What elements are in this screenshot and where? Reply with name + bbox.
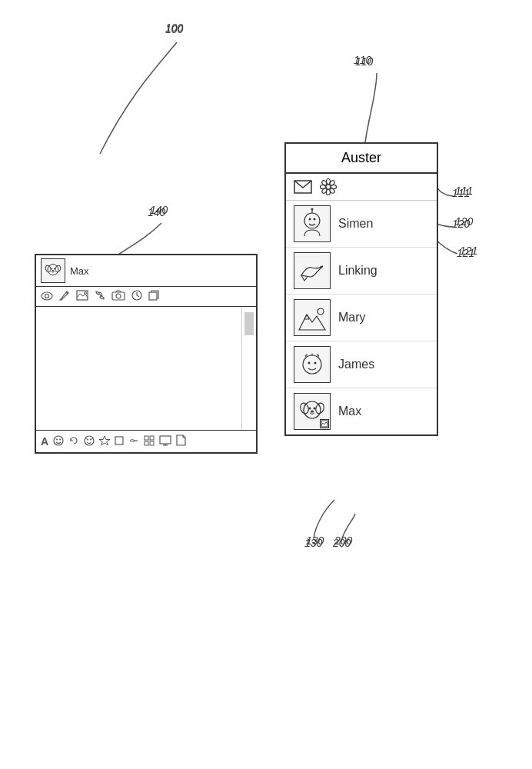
svg-point-15 bbox=[321, 266, 323, 268]
clock-icon[interactable] bbox=[131, 290, 142, 303]
svg-point-12 bbox=[314, 218, 316, 221]
avatar-simen bbox=[294, 205, 331, 242]
svg-point-24 bbox=[314, 408, 316, 410]
svg-line-42 bbox=[137, 295, 139, 297]
monitor-icon[interactable] bbox=[159, 435, 171, 448]
label-121: 121 bbox=[457, 247, 474, 259]
contact-name-james: James bbox=[338, 358, 374, 371]
label-140: 140 bbox=[148, 206, 165, 218]
smiley-icon[interactable] bbox=[84, 435, 95, 448]
msg-body bbox=[36, 307, 256, 430]
arrow-icon[interactable] bbox=[128, 435, 139, 448]
contact-item-james[interactable]: James bbox=[286, 341, 437, 388]
svg-point-37 bbox=[85, 292, 87, 295]
avatar-linking bbox=[294, 252, 331, 289]
image-icon[interactable] bbox=[76, 290, 88, 303]
svg-rect-57 bbox=[160, 436, 171, 444]
svg-point-30 bbox=[51, 268, 52, 270]
svg-point-34 bbox=[45, 294, 49, 298]
contact-list: Simen Linking bbox=[286, 201, 437, 434]
svg-rect-53 bbox=[145, 436, 148, 440]
messaging-header: Max bbox=[36, 255, 256, 287]
svg-point-10 bbox=[304, 213, 320, 228]
contact-item-linking[interactable]: Linking bbox=[286, 248, 437, 295]
refresh-icon[interactable] bbox=[68, 435, 79, 448]
eye-icon[interactable] bbox=[41, 291, 53, 303]
svg-rect-55 bbox=[145, 441, 148, 445]
label-110: 110 bbox=[355, 55, 373, 68]
contact-name-max: Max bbox=[338, 404, 361, 418]
msg-toolbar bbox=[36, 287, 256, 307]
svg-point-16 bbox=[318, 308, 324, 315]
text-icon[interactable]: A bbox=[41, 435, 48, 448]
avatar-james bbox=[294, 346, 331, 383]
svg-point-44 bbox=[54, 436, 63, 445]
contact-item-max[interactable]: Max bbox=[286, 388, 437, 434]
svg-point-17 bbox=[303, 355, 321, 374]
msg-bottom-toolbar: A bbox=[36, 430, 256, 452]
document-icon[interactable] bbox=[176, 434, 186, 448]
label-200: 200 bbox=[333, 537, 351, 549]
contact-name-linking: Linking bbox=[338, 264, 377, 278]
svg-point-48 bbox=[87, 438, 88, 440]
star-icon[interactable] bbox=[99, 435, 110, 448]
label-120: 120 bbox=[452, 218, 470, 230]
svg-point-23 bbox=[309, 408, 311, 410]
svg-point-18 bbox=[308, 362, 311, 365]
copy-icon[interactable] bbox=[148, 290, 159, 303]
label-100: 100 bbox=[165, 22, 183, 34]
emoji-icon[interactable] bbox=[53, 435, 64, 448]
phone-icon[interactable] bbox=[95, 290, 105, 303]
svg-rect-56 bbox=[150, 441, 154, 445]
svg-point-31 bbox=[54, 268, 55, 270]
online-indicator bbox=[320, 419, 329, 428]
svg-point-25 bbox=[311, 411, 314, 413]
svg-marker-50 bbox=[99, 436, 110, 445]
svg-rect-51 bbox=[115, 437, 123, 444]
auster-icons-row bbox=[286, 174, 437, 201]
svg-point-32 bbox=[52, 270, 55, 271]
msg-main-area bbox=[36, 307, 242, 430]
avatar-mary bbox=[294, 299, 331, 336]
camera-icon[interactable] bbox=[111, 290, 125, 303]
svg-rect-54 bbox=[150, 436, 154, 440]
messaging-panel: Max bbox=[35, 254, 258, 454]
auster-title: Auster bbox=[286, 144, 437, 174]
svg-point-14 bbox=[311, 208, 314, 211]
svg-point-46 bbox=[59, 438, 61, 440]
svg-point-49 bbox=[90, 438, 91, 440]
msg-avatar-max bbox=[41, 258, 65, 283]
pencil-icon[interactable] bbox=[59, 290, 70, 303]
square-icon[interactable] bbox=[115, 435, 124, 448]
svg-point-47 bbox=[85, 436, 94, 445]
auster-panel: Auster bbox=[284, 142, 438, 436]
contact-name-mary: Mary bbox=[338, 311, 366, 325]
flower-icon[interactable] bbox=[320, 178, 337, 195]
envelope-icon[interactable] bbox=[294, 180, 312, 194]
grid-icon[interactable] bbox=[144, 435, 155, 448]
svg-point-1 bbox=[326, 185, 331, 189]
avatar-max bbox=[294, 393, 331, 430]
contact-item-mary[interactable]: Mary bbox=[286, 295, 437, 341]
label-130: 130 bbox=[304, 537, 322, 549]
msg-sidebar-strip bbox=[242, 307, 256, 430]
contact-name-simen: Simen bbox=[338, 217, 373, 231]
contact-item-simen[interactable]: Simen bbox=[286, 201, 437, 248]
msg-scroll-thumb[interactable] bbox=[244, 312, 254, 335]
svg-point-11 bbox=[309, 218, 311, 221]
svg-point-39 bbox=[116, 294, 121, 298]
svg-point-33 bbox=[42, 292, 52, 300]
svg-point-19 bbox=[314, 362, 317, 365]
label-111: 111 bbox=[452, 187, 470, 199]
svg-point-45 bbox=[56, 438, 58, 440]
msg-user-name: Max bbox=[70, 265, 89, 277]
svg-rect-43 bbox=[149, 292, 157, 300]
